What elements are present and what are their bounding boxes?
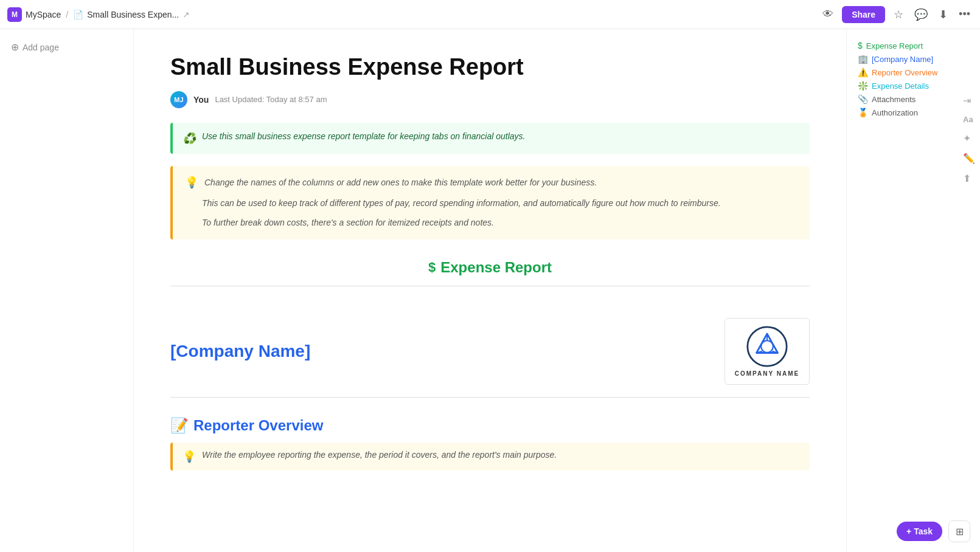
grid-view-button[interactable]: ⊞ [948, 520, 970, 542]
sparkle-icon[interactable]: ✦ [963, 133, 975, 144]
content-area: Small Business Expense Report MJ You Las… [134, 29, 846, 552]
workspace-name[interactable]: MySpace [26, 10, 61, 19]
toc-reporter-overview-label: Reporter Overview [872, 68, 937, 77]
reporter-section: 📝 Reporter Overview 💡 Write the employee… [170, 417, 810, 471]
add-page-icon: ⊕ [11, 41, 19, 53]
toc: $ Expense Report 🏢 [Company Name] ⚠️ Rep… [854, 39, 973, 119]
reporter-icon: 📝 [170, 417, 189, 434]
divider-2 [170, 397, 810, 398]
reporter-tip-text: Write the employee reporting the expense… [202, 450, 557, 460]
topbar-right: 👁 Share ☆ 💬 ⬇ ••• [820, 5, 973, 24]
info-box-text: Use this small business expense report t… [202, 131, 526, 141]
expense-report-label: Expense Report [440, 259, 552, 276]
right-sidebar: $ Expense Report 🏢 [Company Name] ⚠️ Rep… [846, 29, 980, 552]
bottom-bar: + Task ⊞ [897, 520, 970, 542]
collapse-icon[interactable]: ⇥ [963, 95, 975, 106]
tip-line-2: This can be used to keep track of differ… [202, 196, 798, 210]
font-size-icon[interactable]: Aa [963, 115, 975, 124]
share-link-icon[interactable]: ↗ [182, 10, 190, 19]
tip-line-1: Change the names of the columns or add n… [204, 176, 597, 189]
toc-details-icon: ❇️ [858, 81, 868, 91]
toc-reporter-icon: ⚠️ [858, 67, 868, 77]
toc-item-company-name[interactable]: 🏢 [Company Name] [854, 52, 973, 66]
page-doc-icon: 📄 [73, 10, 83, 19]
company-section: [Company Name] COMPANY NAME [170, 306, 810, 397]
company-logo-box: COMPANY NAME [725, 318, 810, 385]
company-logo: COMPANY NAME [735, 325, 799, 377]
star-icon-btn[interactable]: ☆ [891, 5, 906, 24]
toc-dollar-icon: $ [858, 41, 863, 50]
divider-1 [170, 286, 810, 286]
toc-attachments-label: Attachments [872, 95, 916, 104]
edit-icon[interactable]: ✏️ [963, 153, 975, 164]
workspace-logo[interactable]: M [7, 7, 22, 22]
company-logo-label: COMPANY NAME [735, 370, 799, 377]
toc-authorization-label: Authorization [872, 108, 918, 117]
toc-company-name-label: [Company Name] [872, 55, 933, 64]
topbar-left: M MySpace / 📄 Small Business Expen... ↗ [7, 7, 190, 22]
avatar: MJ [170, 91, 187, 108]
dollar-sign-icon: $ [428, 260, 436, 275]
svg-point-2 [761, 340, 773, 353]
main-layout: ⊕ Add page Small Business Expense Report… [0, 29, 980, 552]
comment-icon-btn[interactable]: 💬 [912, 5, 930, 24]
breadcrumb-separator: / [66, 10, 68, 19]
toc-item-expense-details[interactable]: ❇️ Expense Details [854, 79, 973, 92]
download-icon-btn[interactable]: ⬇ [936, 5, 950, 24]
tip-box-header: 💡 Change the names of the columns or add… [185, 176, 798, 189]
share-button[interactable]: Share [842, 6, 885, 23]
recycle-icon: ♻️ [182, 132, 196, 145]
reporter-lightbulb-icon: 💡 [182, 450, 196, 463]
add-page-label: Add page [23, 43, 59, 52]
toc-item-expense-report[interactable]: $ Expense Report [854, 39, 973, 52]
reporter-heading: 📝 Reporter Overview [170, 417, 810, 434]
company-logo-svg [746, 325, 788, 368]
page-name-breadcrumb[interactable]: Small Business Expen... [87, 10, 179, 19]
expense-report-heading: $ Expense Report [170, 259, 810, 276]
svg-point-0 [748, 327, 787, 366]
eye-icon-btn[interactable]: 👁 [820, 5, 836, 23]
task-button[interactable]: + Task [897, 522, 942, 541]
lightbulb-icon: 💡 [185, 176, 198, 189]
add-page-button[interactable]: ⊕ Add page [7, 39, 63, 55]
upload-icon[interactable]: ⬆ [963, 173, 975, 184]
reporter-tip-box: 💡 Write the employee reporting the expen… [170, 443, 810, 471]
topbar: M MySpace / 📄 Small Business Expen... ↗ … [0, 0, 980, 29]
toc-attachments-icon: 📎 [858, 94, 868, 104]
author-row: MJ You Last Updated: Today at 8:57 am [170, 91, 810, 108]
toc-item-attachments[interactable]: 📎 Attachments [854, 92, 973, 106]
toc-authorization-icon: 🏅 [858, 108, 868, 117]
company-name-text[interactable]: [Company Name] [170, 342, 310, 361]
more-options-btn[interactable]: ••• [956, 5, 973, 23]
toc-item-authorization[interactable]: 🏅 Authorization [854, 106, 973, 119]
toc-expense-details-label: Expense Details [872, 81, 929, 91]
last-updated-label: Last Updated: Today at 8:57 am [215, 95, 327, 104]
toc-item-reporter-overview[interactable]: ⚠️ Reporter Overview [854, 66, 973, 79]
reporter-heading-label: Reporter Overview [193, 417, 323, 434]
author-name: You [193, 95, 209, 105]
left-sidebar: ⊕ Add page [0, 29, 134, 552]
info-box-green: ♻️ Use this small business expense repor… [170, 123, 810, 154]
toc-company-icon: 🏢 [858, 54, 868, 64]
page-title: Small Business Expense Report [170, 53, 810, 81]
toc-expense-report-label: Expense Report [866, 41, 923, 50]
tip-box: 💡 Change the names of the columns or add… [170, 166, 810, 240]
right-sidebar-tools: ⇥ Aa ✦ ✏️ ⬆ [958, 90, 980, 189]
tip-line-3: To further break down costs, there's a s… [202, 216, 798, 229]
